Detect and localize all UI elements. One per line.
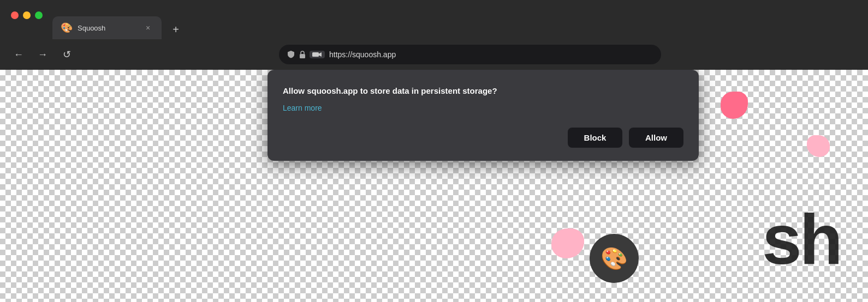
- window-controls: [11, 11, 43, 19]
- shield-icon: [287, 50, 295, 59]
- popup-actions: Block Allow: [283, 128, 683, 148]
- browser-chrome: 🎨 Squoosh × + ← → ↺: [0, 0, 868, 302]
- learn-more-link[interactable]: Learn more: [283, 104, 322, 112]
- nav-bar: ← → ↺ https://squoosh.app: [0, 39, 868, 70]
- tabs-area: 🎨 Squoosh × +: [52, 16, 186, 39]
- block-button[interactable]: Block: [568, 128, 622, 148]
- close-button[interactable]: [11, 11, 19, 19]
- back-button[interactable]: ←: [9, 45, 28, 64]
- title-bar: 🎨 Squoosh × +: [0, 0, 868, 39]
- allow-button[interactable]: Allow: [629, 128, 683, 148]
- reload-button[interactable]: ↺: [57, 45, 76, 64]
- url-text: https://squoosh.app: [329, 50, 396, 59]
- squoosh-text: sh: [762, 198, 841, 280]
- tab-close-button[interactable]: ×: [143, 23, 153, 33]
- camera-permission-icon[interactable]: [310, 51, 325, 58]
- permission-popup: Allow squoosh.app to store data in persi…: [267, 70, 699, 161]
- address-bar[interactable]: https://squoosh.app: [279, 45, 661, 64]
- minimize-button[interactable]: [23, 11, 31, 19]
- squoosh-logo: 🎨: [590, 234, 639, 283]
- page-content: sh 🎨 Allow squoosh.app to store data in …: [0, 70, 868, 302]
- svg-rect-1: [312, 52, 319, 57]
- maximize-button[interactable]: [35, 11, 43, 19]
- new-tab-button[interactable]: +: [166, 20, 186, 39]
- popup-message: Allow squoosh.app to store data in persi…: [283, 85, 683, 96]
- tab-title: Squoosh: [78, 24, 138, 32]
- forward-button[interactable]: →: [33, 45, 52, 64]
- address-icons: [287, 50, 325, 59]
- tab-favicon: 🎨: [61, 22, 72, 33]
- lock-icon: [299, 50, 306, 59]
- active-tab[interactable]: 🎨 Squoosh ×: [52, 16, 162, 39]
- svg-rect-0: [300, 54, 305, 58]
- pink-blob-right2: [807, 135, 830, 157]
